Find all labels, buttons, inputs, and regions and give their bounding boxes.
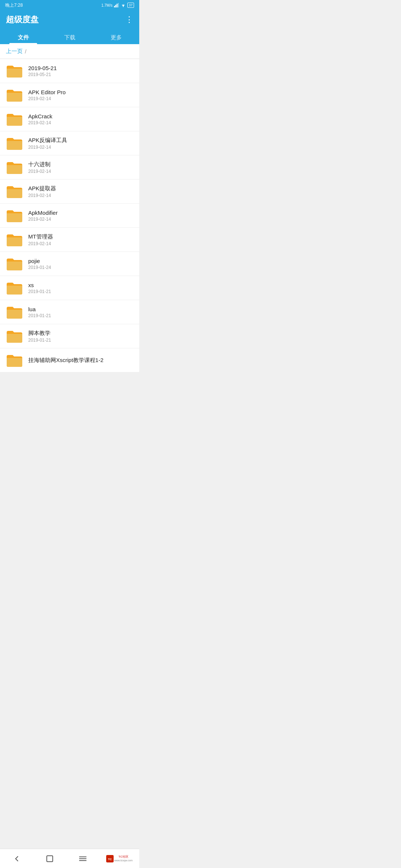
signal-icon [114,3,119,7]
file-name: APK提取器 [28,185,56,192]
svg-rect-1 [115,5,116,7]
svg-rect-0 [114,6,115,7]
file-info: 十六进制2019-02-14 [28,161,51,174]
file-info: MT管理器2019-02-14 [28,233,53,246]
list-item[interactable]: 2019-05-212019-05-21 [0,59,139,83]
file-name: xs [28,282,51,288]
file-name: APK Editor Pro [28,89,66,95]
list-item[interactable]: ApkModifier2019-02-14 [0,204,139,228]
back-button[interactable]: 上一页 [6,48,23,55]
file-list: 2019-05-212019-05-21 APK Editor Pro2019-… [0,59,139,372]
list-item[interactable]: xs2019-01-21 [0,276,139,300]
file-name: ApkModifier [28,210,58,216]
file-date: 2019-01-21 [28,338,51,343]
file-info: 2019-05-212019-05-21 [28,65,57,77]
file-info: 挂海辅助网Xscript教学课程1-2 [28,357,104,364]
file-name: 十六进制 [28,161,51,168]
breadcrumb: 上一页 / [0,44,139,59]
folder-icon [6,63,23,78]
folder-icon [6,184,23,199]
list-item[interactable]: MT管理器2019-02-14 [0,228,139,252]
list-item[interactable]: 脚本教学2019-01-21 [0,324,139,348]
folder-icon [6,112,23,126]
file-date: 2019-02-14 [28,169,51,174]
file-info: ApkModifier2019-02-14 [28,210,58,222]
folder-icon [6,353,23,368]
file-date: 2019-02-14 [28,145,67,150]
svg-rect-3 [118,3,119,7]
file-date: 2019-02-14 [28,120,52,125]
svg-rect-2 [117,4,118,7]
file-info: APK Editor Pro2019-02-14 [28,89,66,101]
file-info: pojie2019-01-24 [28,258,51,270]
folder-icon [6,160,23,175]
list-item[interactable]: APK Editor Pro2019-02-14 [0,83,139,107]
file-date: 2019-02-14 [28,193,56,198]
file-name: 挂海辅助网Xscript教学课程1-2 [28,357,104,364]
folder-icon [6,208,23,223]
file-name: lua [28,306,51,312]
list-item[interactable]: APK提取器2019-02-14 [0,180,139,204]
list-item[interactable]: pojie2019-01-24 [0,252,139,276]
tab-bar: 文件 下载 更多 [0,30,139,44]
file-name: 脚本教学 [28,330,51,337]
more-button[interactable]: ⋮ [125,15,133,24]
file-name: pojie [28,258,51,264]
file-date: 2019-05-21 [28,72,57,77]
list-item[interactable]: APK反编译工具2019-02-14 [0,131,139,155]
file-date: 2019-02-14 [28,217,58,222]
file-date: 2019-02-14 [28,241,53,246]
file-info: ApkCrack2019-02-14 [28,113,52,125]
list-item[interactable]: lua2019-01-21 [0,300,139,324]
file-name: APK反编译工具 [28,137,67,144]
folder-icon [6,280,23,295]
list-item[interactable]: ApkCrack2019-02-14 [0,107,139,131]
file-name: ApkCrack [28,113,52,119]
file-info: lua2019-01-21 [28,306,51,318]
file-date: 2019-02-14 [28,96,66,101]
file-date: 2019-01-24 [28,265,51,270]
tab-more[interactable]: 更多 [93,30,139,44]
folder-icon [6,256,23,271]
file-info: APK提取器2019-02-14 [28,185,56,198]
battery-icon: 37 [127,3,134,8]
folder-icon [6,232,23,247]
folder-icon [6,88,23,102]
status-time: 晚上7:28 [5,2,23,9]
folder-icon [6,329,23,343]
status-icons: 1.7M/s 37 [101,3,134,8]
file-info: APK反编译工具2019-02-14 [28,137,67,150]
network-speed: 1.7M/s [101,3,113,7]
file-name: MT管理器 [28,233,53,240]
wifi-icon [121,3,126,7]
svg-point-4 [123,6,124,7]
list-item[interactable]: 挂海辅助网Xscript教学课程1-2 [0,348,139,372]
app-title: 超级度盘 [6,14,39,25]
file-date: 2019-01-21 [28,289,51,294]
tab-files[interactable]: 文件 [0,30,46,44]
status-bar: 晚上7:28 1.7M/s 37 [0,0,139,10]
file-info: xs2019-01-21 [28,282,51,294]
file-info: 脚本教学2019-01-21 [28,330,51,343]
file-date: 2019-01-21 [28,313,51,318]
file-name: 2019-05-21 [28,65,57,71]
folder-icon [6,305,23,319]
breadcrumb-separator: / [25,48,26,55]
list-item[interactable]: 十六进制2019-02-14 [0,155,139,180]
folder-icon [6,136,23,151]
app-header: 超级度盘 ⋮ [0,10,139,30]
tab-download[interactable]: 下载 [46,30,93,44]
